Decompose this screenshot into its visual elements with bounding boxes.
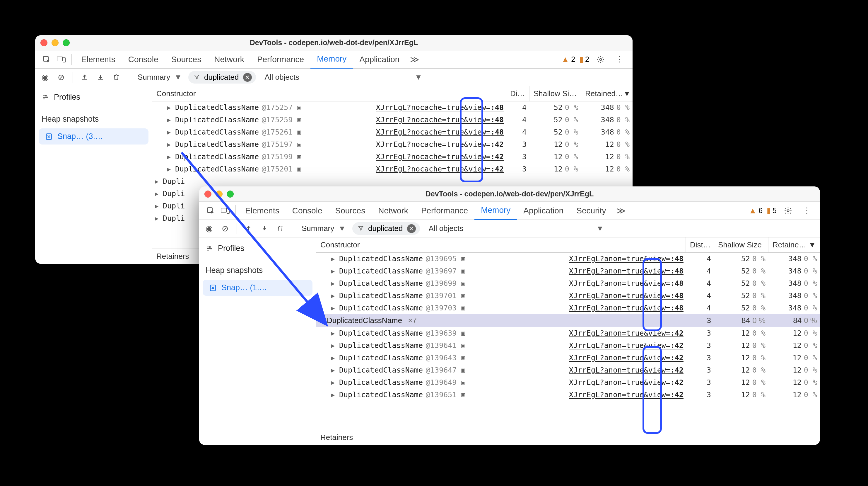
chevron-right-icon[interactable]: ▶	[330, 379, 336, 386]
clear-icon[interactable]: ⊘	[54, 70, 68, 84]
chevron-right-icon[interactable]: ▶	[166, 116, 172, 123]
issues-badge[interactable]: ▮2	[579, 55, 589, 64]
gear-icon[interactable]	[781, 203, 795, 218]
kebab-icon[interactable]: ⋮	[612, 52, 627, 67]
table-row[interactable]: ▶ DuplicatedClassName @139639 ▣ XJrrEgL?…	[316, 327, 820, 339]
table-row[interactable]: ▶ Dupli	[152, 175, 632, 188]
source-link[interactable]: XJrrEgL?anon=true&view=:42	[569, 366, 685, 374]
table-row[interactable]: ▶ DuplicatedClassName @139703 ▣ XJrrEgL?…	[316, 302, 820, 314]
tab-memory[interactable]: Memory	[310, 50, 353, 68]
popup-icon[interactable]: ▣	[461, 391, 465, 398]
source-link[interactable]: XJrrEgL?nocache=true&view=:48	[376, 103, 505, 112]
table-row[interactable]: ▶ DuplicatedClassName @139649 ▣ XJrrEgL?…	[316, 376, 820, 389]
group-row[interactable]: ▼ DuplicatedClassName ×7 3 840 % 840 %	[316, 314, 820, 327]
header-retained[interactable]: Retained…▼	[581, 86, 632, 101]
source-link[interactable]: XJrrEgL?anon=true&view=:48	[569, 291, 685, 300]
source-link[interactable]: XJrrEgL?anon=true&view=:48	[569, 304, 685, 312]
more-tabs-icon[interactable]: ≫	[612, 205, 630, 216]
source-link[interactable]: XJrrEgL?nocache=true&view=:42	[376, 152, 505, 161]
upload-icon[interactable]	[242, 222, 256, 236]
scope-select[interactable]: All objects ▼	[424, 224, 609, 233]
tab-network[interactable]: Network	[208, 50, 251, 68]
tab-performance[interactable]: Performance	[415, 202, 474, 220]
table-row[interactable]: ▶ DuplicatedClassName @139641 ▣ XJrrEgL?…	[316, 339, 820, 352]
popup-icon[interactable]: ▣	[461, 342, 465, 349]
maximize-icon[interactable]	[227, 191, 234, 198]
chevron-right-icon[interactable]: ▶	[330, 280, 336, 287]
popup-icon[interactable]: ▣	[461, 292, 465, 299]
source-link[interactable]: XJrrEgL?anon=true&view=:42	[569, 378, 685, 387]
gear-icon[interactable]	[593, 52, 608, 67]
tab-network[interactable]: Network	[372, 202, 415, 220]
popup-icon[interactable]: ▣	[297, 104, 301, 111]
chevron-right-icon[interactable]: ▶	[166, 104, 172, 111]
table-row[interactable]: ▶ DuplicatedClassName @139701 ▣ XJrrEgL?…	[316, 290, 820, 302]
view-select[interactable]: Summary▼	[133, 73, 187, 82]
table-row[interactable]: ▶ DuplicatedClassName @139643 ▣ XJrrEgL?…	[316, 352, 820, 364]
table-row[interactable]: ▶ DuplicatedClassName @175257 ▣ XJrrEgL?…	[152, 102, 632, 114]
chevron-right-icon[interactable]: ▶	[330, 367, 336, 374]
chevron-down-icon[interactable]: ▼	[317, 317, 324, 324]
popup-icon[interactable]: ▣	[297, 141, 301, 148]
download-icon[interactable]	[257, 222, 272, 236]
table-row[interactable]: ▶ DuplicatedClassName @175259 ▣ XJrrEgL?…	[152, 114, 632, 126]
source-link[interactable]: XJrrEgL?nocache=true&view=:48	[376, 128, 505, 136]
clear-filter-icon[interactable]: ✕	[407, 224, 416, 233]
source-link[interactable]: XJrrEgL?anon=true&view=:42	[569, 329, 685, 337]
chevron-right-icon[interactable]: ▶	[153, 203, 160, 209]
snapshot-item[interactable]: Snap… (3.…	[39, 128, 149, 144]
table-row[interactable]: ▶ DuplicatedClassName @175197 ▣ XJrrEgL?…	[152, 138, 632, 151]
table-row[interactable]: ▶ DuplicatedClassName @139651 ▣ XJrrEgL?…	[316, 389, 820, 401]
tab-performance[interactable]: Performance	[251, 50, 310, 68]
popup-icon[interactable]: ▣	[461, 304, 465, 312]
tab-security[interactable]: Security	[570, 202, 612, 220]
close-icon[interactable]	[40, 39, 48, 46]
header-shallow[interactable]: Shallow Size	[714, 237, 769, 252]
popup-icon[interactable]: ▣	[297, 128, 301, 136]
chevron-right-icon[interactable]: ▶	[166, 153, 172, 160]
chevron-right-icon[interactable]: ▶	[166, 166, 172, 173]
popup-icon[interactable]: ▣	[461, 379, 465, 386]
tab-sources[interactable]: Sources	[329, 202, 372, 220]
table-row[interactable]: ▶ DuplicatedClassName @139697 ▣ XJrrEgL?…	[316, 265, 820, 277]
more-tabs-icon[interactable]: ≫	[406, 54, 423, 64]
clear-filter-icon[interactable]: ✕	[243, 73, 252, 82]
table-row[interactable]: ▶ DuplicatedClassName @175199 ▣ XJrrEgL?…	[152, 151, 632, 163]
chevron-right-icon[interactable]: ▶	[153, 178, 160, 185]
issues-badge[interactable]: ▮5	[767, 206, 777, 215]
chevron-right-icon[interactable]: ▶	[330, 342, 336, 349]
popup-icon[interactable]: ▣	[461, 354, 465, 362]
source-link[interactable]: XJrrEgL?nocache=true&view=:42	[376, 140, 505, 149]
popup-icon[interactable]: ▣	[297, 165, 301, 173]
table-row[interactable]: ▶ DuplicatedClassName @175201 ▣ XJrrEgL?…	[152, 163, 632, 175]
inspect-icon[interactable]	[39, 52, 54, 67]
source-link[interactable]: XJrrEgL?anon=true&view=:42	[569, 391, 685, 399]
kebab-icon[interactable]: ⋮	[800, 203, 814, 218]
tab-console[interactable]: Console	[122, 50, 165, 68]
view-select[interactable]: Summary▼	[297, 224, 350, 233]
maximize-icon[interactable]	[63, 39, 70, 46]
popup-icon[interactable]: ▣	[461, 366, 465, 374]
chevron-right-icon[interactable]: ▶	[330, 391, 336, 398]
tab-elements[interactable]: Elements	[239, 202, 286, 220]
header-constructor[interactable]: Constructor	[316, 237, 686, 252]
source-link[interactable]: XJrrEgL?nocache=true&view=:42	[376, 165, 505, 173]
table-row[interactable]: ▶ DuplicatedClassName @139699 ▣ XJrrEgL?…	[316, 277, 820, 290]
tab-application[interactable]: Application	[353, 50, 406, 68]
popup-icon[interactable]: ▣	[297, 116, 301, 123]
inspect-icon[interactable]	[203, 203, 218, 218]
chevron-right-icon[interactable]: ▶	[330, 330, 336, 337]
chevron-right-icon[interactable]: ▶	[330, 354, 336, 362]
popup-icon[interactable]: ▣	[461, 280, 465, 287]
header-distance[interactable]: Dist…	[686, 237, 714, 252]
source-link[interactable]: XJrrEgL?anon=true&view=:42	[569, 341, 685, 350]
chevron-right-icon[interactable]: ▶	[153, 190, 160, 197]
minimize-icon[interactable]	[52, 39, 59, 46]
minimize-icon[interactable]	[216, 191, 223, 198]
chevron-right-icon[interactable]: ▶	[166, 129, 172, 136]
chevron-right-icon[interactable]: ▶	[166, 141, 172, 148]
filter-pill[interactable]: duplicated ✕	[188, 71, 256, 84]
record-icon[interactable]: ◉	[38, 70, 52, 84]
snapshot-item[interactable]: Snap… (1.…	[203, 280, 312, 296]
header-distance[interactable]: Di…	[506, 86, 529, 101]
